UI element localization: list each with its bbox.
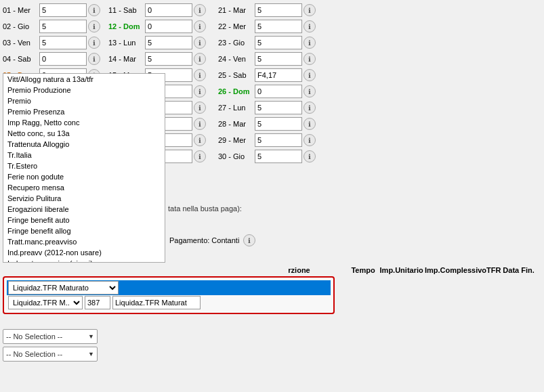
info-btn-21[interactable]: ℹ [304,4,316,16]
main-container: 01 - Mer ℹ 02 - Gio ℹ 03 - Ven ℹ 04 - Sa… [0,0,544,392]
list-item-tr-estero[interactable]: Tr.Estero [3,160,165,171]
day-label-22: 22 - Mer [218,22,253,30]
info-btn-30[interactable]: ℹ [304,150,316,162]
list-item-vitt[interactable]: Vitt/Allogg natura a 13a/tfr [3,74,165,85]
list-item-premio-pres[interactable]: Premio Presenza [3,106,165,117]
list-item-premio[interactable]: Premio [3,95,165,106]
th-tfr: TFR [486,266,503,274]
day-input-02[interactable] [39,20,87,33]
day-label-24: 24 - Ven [218,55,253,63]
info-btn-22[interactable]: ℹ [304,20,316,32]
list-item-recupero[interactable]: Recupero mensa [3,182,165,193]
day-label-26: 26 - Dom [218,87,253,95]
list-item-erogazioni[interactable]: Erogazioni liberale [3,204,165,215]
day-input-04[interactable] [39,52,87,66]
list-item-tr-italia[interactable]: Tr.Italia [3,150,165,160]
info-btn-01[interactable]: ℹ [88,4,100,16]
table-row1-select[interactable]: Liquidaz.TFR Maturato [8,281,119,295]
info-btn-15[interactable]: ℹ [194,69,206,81]
day-input-12[interactable] [145,20,192,33]
info-btn-16[interactable]: ℹ [194,85,206,97]
day-input-21[interactable] [255,3,302,17]
day-row-26: 26 - Dom ℹ [218,84,327,99]
list-item-fringe-allog[interactable]: Fringe benefit allog [3,225,165,236]
info-btn-24[interactable]: ℹ [304,53,316,65]
day-row-23: 23 - Gio ℹ [218,35,327,50]
day-row-29: 29 - Mer ℹ [218,133,327,148]
list-item-tratt-manc[interactable]: Tratt.manc.preavviso [3,236,165,247]
info-btn-18[interactable]: ℹ [194,118,206,130]
day-row-04: 04 - Sab ℹ [3,51,104,66]
info-btn-26[interactable]: ℹ [304,85,316,97]
table-row2-number[interactable] [85,296,110,309]
info-btn-27[interactable]: ℹ [304,102,316,114]
pagamento-row: Pagamento: Contanti ℹ [169,234,541,246]
day-label-13: 13 - Lun [108,39,144,47]
list-item-tratt-allogg[interactable]: Trattenuta Alloggio [3,139,165,150]
no-selection-1[interactable]: -- No Selection -- ▼ [3,329,98,344]
list-item-fringe-auto[interactable]: Fringe benefit auto [3,215,165,225]
th-rzione: rzione [288,266,351,274]
day-row-27: 27 - Lun ℹ [218,100,327,115]
day-row-13: 13 - Lun ℹ [108,35,214,50]
info-btn-02[interactable]: ℹ [88,20,100,32]
day-label-27: 27 - Lun [218,104,253,112]
day-input-30[interactable] [255,150,302,163]
day-input-29[interactable] [255,133,302,147]
th-imp-unitario: Imp.Unitario [380,266,425,274]
day-input-01[interactable] [39,3,87,17]
info-btn-17[interactable]: ℹ [194,102,206,114]
day-input-03[interactable] [39,36,87,49]
list-item-servizio[interactable]: Servizio Pulitura [3,193,165,204]
day-input-25[interactable] [255,68,302,82]
day-input-13[interactable] [145,36,192,49]
list-item-ind-sost[interactable]: Ind.sost.preavviso (giorni) [3,258,165,263]
info-btn-25[interactable]: ℹ [304,69,316,81]
no-selection-2-label: -- No Selection -- [6,350,62,358]
info-btn-03[interactable]: ℹ [88,37,100,49]
table-headers: rzione Tempo Imp.Unitario Imp.Complessiv… [168,266,541,274]
table-row2-select[interactable]: Liquidaz.TFR M... [8,296,83,309]
day-label-02: 02 - Gio [3,22,38,30]
info-btn-12[interactable]: ℹ [194,20,206,32]
day-input-14[interactable] [145,52,192,66]
no-selection-2[interactable]: -- No Selection -- ▼ [3,347,98,362]
info-btn-pagamento[interactable]: ℹ [243,234,255,246]
info-btn-28[interactable]: ℹ [304,118,316,130]
day-label-04: 04 - Sab [3,55,38,63]
day-input-23[interactable] [255,36,302,49]
day-label-30: 30 - Gio [218,152,253,160]
list-item-imp-ragg[interactable]: Imp Ragg, Netto conc [3,117,165,128]
day-row-03: 03 - Ven ℹ [3,35,104,50]
pagamento-label: Pagamento: Contanti [169,236,239,244]
day-label-11: 11 - Sab [108,6,144,14]
desc-area: tata nella busta paga): [168,204,242,213]
day-label-03: 03 - Ven [3,39,38,47]
info-btn-04[interactable]: ℹ [88,53,100,65]
dropdown-list[interactable]: Vitt/Allogg natura a 13a/tfr Premio Prod… [3,73,165,263]
day-label-23: 23 - Gio [218,39,253,47]
day-label-25: 25 - Sab [218,71,253,79]
list-item-premio-prod[interactable]: Premio Produzione [3,85,165,95]
day-input-26[interactable] [255,85,302,98]
info-btn-14[interactable]: ℹ [194,53,206,65]
list-item-netto-conc[interactable]: Netto conc, su 13a [3,128,165,139]
info-btn-23[interactable]: ℹ [304,37,316,49]
day-row-25: 25 - Sab ℹ [218,68,327,83]
day-row-12: 12 - Dom ℹ [108,19,214,34]
day-input-22[interactable] [255,20,302,33]
day-input-27[interactable] [255,101,302,114]
info-btn-13[interactable]: ℹ [194,37,206,49]
table-row2-text[interactable] [112,296,201,309]
info-btn-11[interactable]: ℹ [194,4,206,16]
info-btn-19[interactable]: ℹ [194,134,206,146]
day-input-28[interactable] [255,117,302,131]
list-item-ind-preavv[interactable]: Ind.preavv (2012-non usare) [3,247,165,258]
no-selection-1-label: -- No Selection -- [6,332,62,341]
th-data-fin: Data Fin. [503,266,541,274]
day-input-11[interactable] [145,3,192,17]
info-btn-29[interactable]: ℹ [304,134,316,146]
list-item-ferie[interactable]: Ferie non godute [3,171,165,182]
day-input-24[interactable] [255,52,302,66]
info-btn-20[interactable]: ℹ [194,150,206,162]
